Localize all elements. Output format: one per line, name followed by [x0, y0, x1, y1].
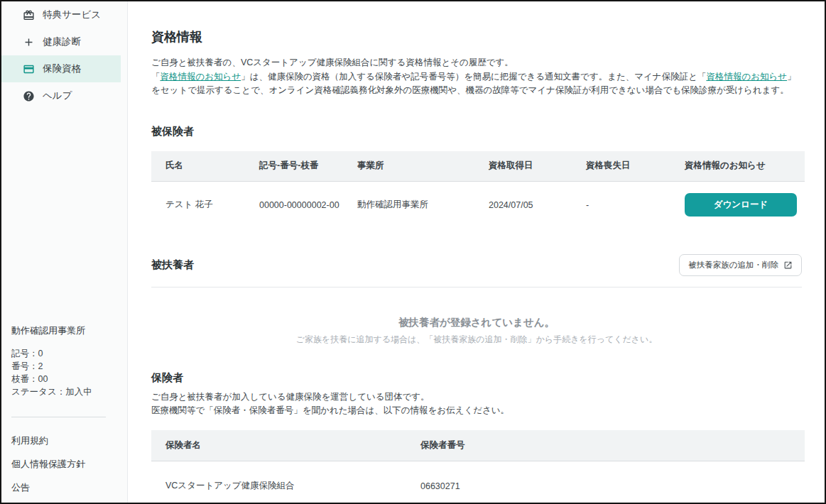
sidebar-office-panel: 動作確認用事業所 記号：0 番号：2 枝番：00 ステータス：加入中 利用規約 …	[11, 324, 120, 504]
manage-dependents-button[interactable]: 被扶養家族の追加・削除	[679, 254, 802, 276]
empty-state-title: 被扶養者が登録されていません。	[151, 315, 802, 330]
sidebar-item-benefits[interactable]: 特典サービス	[1, 1, 121, 28]
app-window: 特典サービス 健康診断 保険資格 ヘルプ 動作確認用事業所 記号：0 番号：2 …	[0, 0, 826, 504]
col-office: 事業所	[357, 151, 489, 182]
cell-office: 動作確認用事業所	[357, 182, 489, 229]
insurer-desc-line2: 医療機関等で「保険者・保険者番号」を聞かれた場合は、以下の情報をお伝えください。	[151, 404, 802, 417]
main-content: 資格情報 ご自身と被扶養者の、VCスタートアップ健康保険組合に関する資格情報とそ…	[128, 1, 825, 503]
sidebar-item-checkup[interactable]: 健康診断	[1, 28, 121, 55]
insured-table: 氏名 記号-番号-枝番 事業所 資格取得日 資格喪失日 資格情報のお知らせ テス…	[151, 151, 805, 229]
cell-lost-date: -	[586, 182, 685, 229]
insurer-table: 保険者名 保険者番号 VCスタートアップ健康保険組合 06630271	[151, 430, 805, 503]
office-symbol: 記号：0	[11, 347, 120, 360]
cell-download: ダウンロード	[685, 182, 805, 229]
intro-line2: 「資格情報のお知らせ」は、健康保険の資格（加入する保険者や記号番号等）を簡易に把…	[151, 70, 802, 98]
office-status: ステータス：加入中	[11, 385, 120, 398]
plus-icon	[23, 36, 35, 48]
terms-link[interactable]: 利用規約	[11, 434, 120, 447]
dependents-header: 被扶養者 被扶養家族の追加・削除	[151, 254, 802, 276]
dependents-empty-state: 被扶養者が登録されていません。 ご家族を扶養に追加する場合は、「被扶養家族の追加…	[151, 315, 802, 346]
sidebar-item-label: 健康診断	[43, 35, 81, 48]
download-button[interactable]: ダウンロード	[685, 193, 797, 217]
insurer-heading: 保険者	[151, 370, 802, 385]
office-number: 番号：2	[11, 360, 120, 373]
manage-dependents-label: 被扶養家族の追加・削除	[688, 260, 778, 270]
col-qualification-notice: 資格情報のお知らせ	[685, 151, 805, 182]
qualification-notice-link-2[interactable]: 資格情報のお知らせ	[706, 72, 787, 82]
sidebar-item-insurance-qualification[interactable]: 保険資格	[1, 55, 121, 82]
insured-heading: 被保険者	[151, 124, 802, 139]
card-icon	[23, 63, 35, 75]
insured-table-row: テスト 花子 00000-00000002-00 動作確認用事業所 2024/0…	[151, 182, 805, 229]
cell-acquired-date: 2024/07/05	[489, 182, 586, 229]
cell-name: テスト 花子	[151, 182, 259, 229]
qualification-notice-link-1[interactable]: 資格情報のお知らせ	[161, 72, 241, 82]
privacy-policy-link[interactable]: 個人情報保護方針	[11, 458, 120, 471]
page-title: 資格情報	[151, 28, 802, 46]
dependents-divider	[151, 287, 802, 287]
intro-paragraph: ご自身と被扶養者の、VCスタートアップ健康保険組合に関する資格情報とその履歴です…	[151, 56, 802, 98]
insurer-description: ご自身と被扶養者が加入している健康保険を運営している団体です。 医療機関等で「保…	[151, 390, 802, 417]
col-symbol-number-branch: 記号-番号-枝番	[259, 151, 357, 182]
col-name: 氏名	[151, 151, 259, 182]
sidebar-divider	[11, 417, 106, 417]
help-icon	[23, 90, 35, 102]
insured-table-header-row: 氏名 記号-番号-枝番 事業所 資格取得日 資格喪失日 資格情報のお知らせ	[151, 151, 805, 182]
external-link-icon	[783, 261, 793, 270]
sidebar-item-label: 保険資格	[43, 62, 81, 75]
insured-section: 被保険者 氏名 記号-番号-枝番 事業所 資格取得日 資格喪失日 資格情報のお知…	[151, 124, 802, 229]
sidebar-item-label: ヘルプ	[43, 89, 72, 102]
gift-icon	[23, 9, 35, 21]
sidebar: 特典サービス 健康診断 保険資格 ヘルプ 動作確認用事業所 記号：0 番号：2 …	[1, 1, 128, 503]
office-branch: 枝番：00	[11, 373, 120, 385]
sidebar-nav: 特典サービス 健康診断 保険資格 ヘルプ	[1, 1, 127, 109]
sidebar-item-help[interactable]: ヘルプ	[1, 82, 121, 109]
col-insurer-number: 保険者番号	[420, 430, 805, 461]
insurer-section: 保険者 ご自身と被扶養者が加入している健康保険を運営している団体です。 医療機関…	[151, 370, 802, 503]
empty-state-subtitle: ご家族を扶養に追加する場合は、「被扶養家族の追加・削除」から手続きを行ってくださ…	[151, 334, 802, 346]
intro-line1: ご自身と被扶養者の、VCスタートアップ健康保険組合に関する資格情報とその履歴です…	[151, 56, 802, 70]
cell-insurer-number: 06630271	[420, 461, 805, 503]
col-acquired-date: 資格取得日	[489, 151, 586, 182]
insurer-desc-line1: ご自身と被扶養者が加入している健康保険を運営している団体です。	[151, 390, 802, 404]
col-insurer-name: 保険者名	[151, 430, 420, 461]
col-lost-date: 資格喪失日	[586, 151, 685, 182]
dependents-section: 被扶養者 被扶養家族の追加・削除 被扶養者が登録されていません。 ご家族を扶養に…	[151, 254, 802, 346]
sidebar-item-label: 特典サービス	[43, 9, 101, 21]
dependents-heading: 被扶養者	[151, 257, 194, 273]
insurer-table-row: VCスタートアップ健康保険組合 06630271	[151, 461, 805, 503]
notices-link[interactable]: 公告	[11, 481, 120, 494]
cell-symbol-number-branch: 00000-00000002-00	[259, 182, 357, 229]
cell-insurer-name: VCスタートアップ健康保険組合	[151, 461, 420, 503]
insurer-table-header-row: 保険者名 保険者番号	[151, 430, 805, 461]
office-name: 動作確認用事業所	[11, 324, 120, 337]
